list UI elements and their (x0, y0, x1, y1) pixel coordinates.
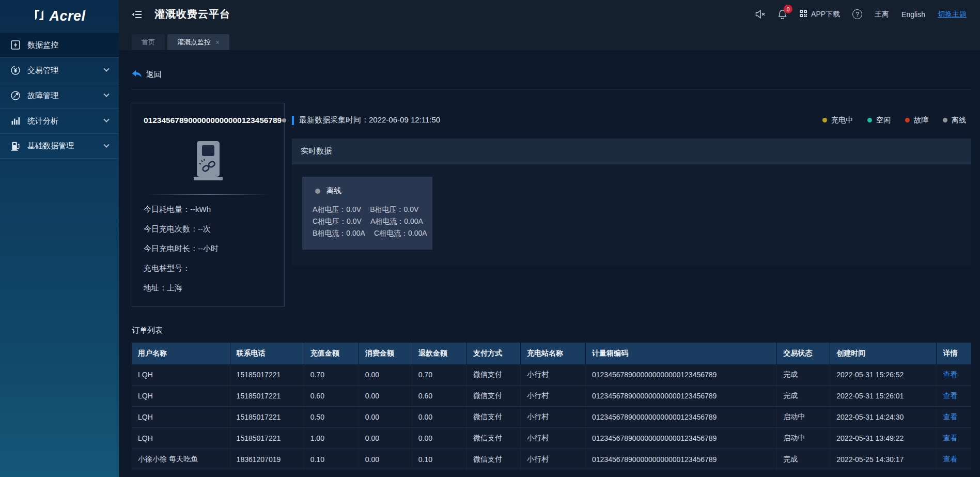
statistics-icon (10, 116, 21, 126)
cell-consume: 0.00 (359, 449, 412, 470)
legend-dot (822, 118, 827, 122)
collapse-menu-icon[interactable] (131, 10, 142, 19)
view-detail-link[interactable]: 查看 (943, 455, 957, 463)
cell-consume: 0.00 (359, 428, 412, 449)
notification-bell-icon[interactable]: 0 (778, 9, 787, 19)
theme-toggle-link[interactable]: 切换主题 (938, 10, 967, 19)
sidebar-item-2[interactable]: 交易管理 (0, 57, 119, 83)
legend-item: 离线 (943, 116, 966, 125)
base-data-icon (10, 141, 21, 151)
sidebar-item-label: 基础数据管理 (27, 141, 74, 151)
sidebar-menu: 数据监控交易管理故障管理统计分析基础数据管理 (0, 32, 119, 159)
help-icon[interactable]: ? (852, 9, 862, 19)
fault-icon (10, 90, 21, 101)
notification-badge: 0 (784, 5, 792, 13)
connector-status: 离线 (315, 186, 422, 196)
cell-detail: 查看 (937, 449, 971, 470)
cell-refund: 0.00 (412, 428, 466, 449)
device-card: 0123456789000000000000123456789 (132, 103, 285, 307)
cell-meter_box: 0123456789000000000000123456789 (586, 407, 777, 428)
tab-2[interactable]: 灌溉点监控× (167, 34, 229, 50)
reading-value: A相电压：0.0V (313, 205, 361, 213)
column-header: 计量箱编码 (586, 343, 777, 364)
sidebar-item-label: 交易管理 (27, 66, 58, 75)
view-detail-link[interactable]: 查看 (943, 391, 957, 399)
reading-value: B相电压：0.0V (370, 205, 418, 213)
view-detail-link[interactable]: 查看 (943, 412, 957, 421)
cell-phone: 15185017221 (230, 364, 304, 386)
legend-label: 离线 (952, 116, 966, 125)
tab-bar: 首页灌溉点监控× (119, 28, 980, 50)
app-download-button[interactable]: APP下载 (799, 9, 840, 19)
cell-meter_box: 0123456789000000000000123456789 (586, 449, 777, 470)
sidebar-item-1[interactable]: 数据监控 (0, 32, 119, 57)
reading-value: C相电流：0.00A (374, 229, 427, 237)
cell-consume: 0.00 (359, 407, 412, 428)
device-status-dot (282, 118, 286, 122)
cell-user: LQH (132, 428, 230, 449)
mute-icon[interactable] (755, 10, 766, 19)
transaction-icon (10, 65, 21, 75)
cell-station: 小行村 (520, 386, 585, 407)
cell-consume: 0.00 (359, 364, 412, 386)
sidebar: Acrel 数据监控交易管理故障管理统计分析基础数据管理 (0, 0, 119, 477)
cell-created: 2022-05-31 15:26:52 (830, 364, 937, 386)
back-button[interactable]: 返回 (132, 70, 162, 80)
cell-status: 完成 (777, 449, 830, 470)
sidebar-item-4[interactable]: 统计分析 (0, 108, 119, 133)
cell-station: 小行村 (520, 449, 585, 470)
cell-detail: 查看 (937, 428, 971, 449)
cell-station: 小行村 (520, 428, 585, 449)
cell-status: 完成 (777, 364, 830, 386)
column-header: 创建时间 (830, 343, 937, 364)
device-stats-list: 今日耗电量：--kWh今日充电次数：--次今日充电时长：--小时充电桩型号：地址… (144, 205, 273, 293)
sidebar-item-label: 统计分析 (27, 116, 58, 126)
topbar-actions: 0 APP下载 ? 王离 English 切换主题 (755, 9, 967, 19)
cell-meter_box: 0123456789000000000000123456789 (586, 428, 777, 449)
table-row: LQH151850172210.700.000.70微信支付小行村0123456… (132, 364, 971, 386)
cell-pay: 微信支付 (466, 428, 520, 449)
connector-status-card[interactable]: 离线 A相电压：0.0VB相电压：0.0VC相电压：0.0VA相电流：0.00A… (302, 177, 432, 250)
legend-item: 充电中 (822, 116, 853, 125)
cell-pay: 微信支付 (466, 449, 520, 470)
close-icon[interactable]: × (215, 39, 220, 46)
top-bar: 灌溉收费云平台 0 (119, 0, 980, 28)
legend-dot (905, 118, 910, 122)
sidebar-item-5[interactable]: 基础数据管理 (0, 133, 119, 159)
cell-pay: 微信支付 (466, 386, 520, 407)
column-header: 用户名称 (132, 343, 230, 364)
legend-dot (867, 118, 872, 122)
reading-line: C相电压：0.0VA相电流：0.00A (313, 216, 422, 227)
user-name[interactable]: 王离 (875, 10, 889, 19)
reading-line: B相电流：0.00AC相电流：0.00A (313, 227, 422, 239)
table-row: 小徐小徐 每天吃鱼183612070190.100.000.10微信支付小行村0… (132, 449, 971, 470)
cell-consume: 0.00 (359, 386, 412, 407)
cell-detail: 查看 (937, 407, 971, 428)
collect-time: 最新数据采集时间：2022-06-09 12:11:50 (299, 115, 440, 125)
orders-section: 订单列表 用户名称联系电话充值金额消费金额退款金额支付方式充电站名称计量箱编码交… (132, 326, 971, 477)
collect-time-row: 最新数据采集时间：2022-06-09 12:11:50 充电中空闲故障离线 (292, 115, 971, 125)
cell-phone: 15185017221 (230, 386, 304, 407)
chevron-down-icon (103, 117, 109, 122)
content: 返回 0123456789000000000000123456789 (119, 50, 980, 477)
accent-bar (292, 116, 294, 125)
page-title: 灌溉收费云平台 (154, 7, 230, 21)
cell-recharge: 0.60 (304, 386, 359, 407)
section-divider (132, 89, 971, 89)
main-area: 灌溉收费云平台 0 (119, 0, 980, 477)
legend-item: 空闲 (867, 116, 891, 125)
realtime-column: 最新数据采集时间：2022-06-09 12:11:50 充电中空闲故障离线 实… (292, 103, 971, 307)
realtime-panel-body: 离线 A相电压：0.0VB相电压：0.0VC相电压：0.0VA相电流：0.00A… (292, 164, 971, 265)
sidebar-item-3[interactable]: 故障管理 (0, 83, 119, 108)
column-header: 联系电话 (230, 343, 304, 364)
language-toggle[interactable]: English (901, 10, 925, 19)
cell-pay: 微信支付 (466, 407, 520, 428)
view-detail-link[interactable]: 查看 (943, 434, 957, 442)
tab-1[interactable]: 首页 (132, 34, 165, 50)
realtime-panel-title: 实时数据 (292, 139, 971, 164)
table-row: LQH151850172210.600.000.60微信支付小行村0123456… (132, 386, 971, 407)
chevron-down-icon (103, 91, 109, 97)
view-detail-link[interactable]: 查看 (943, 370, 957, 378)
cell-refund: 0.10 (412, 449, 466, 470)
device-stat: 今日充电次数：--次 (144, 224, 273, 234)
